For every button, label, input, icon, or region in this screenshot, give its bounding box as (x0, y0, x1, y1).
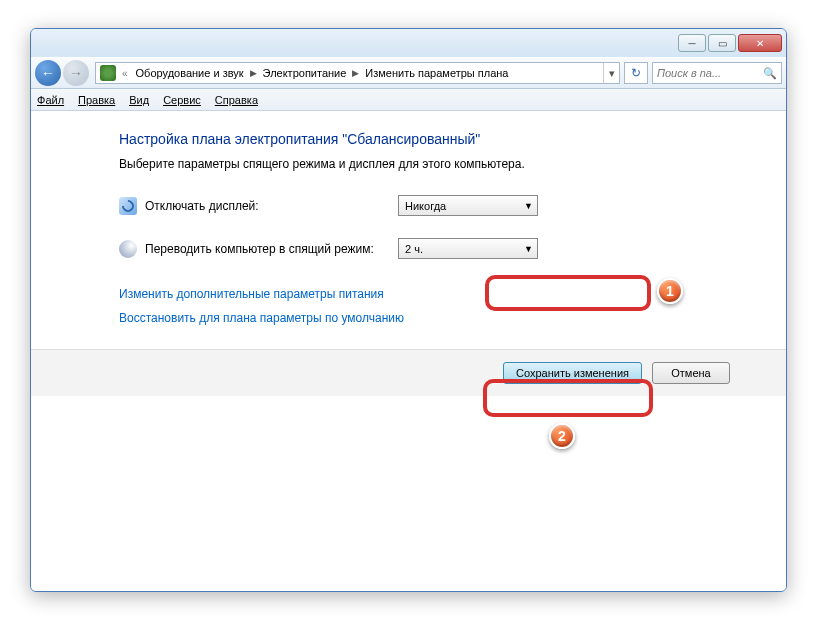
display-off-label: Отключать дисплей: (145, 199, 398, 213)
sleep-row: Переводить компьютер в спящий режим: 2 ч… (119, 238, 786, 259)
chevron-down-icon: ▼ (524, 201, 533, 211)
minimize-button[interactable]: ─ (678, 34, 706, 52)
search-icon: 🔍 (763, 67, 777, 80)
menu-bar: Файл Правка Вид Сервис Справка (31, 89, 786, 111)
content-area: Настройка плана электропитания "Сбаланси… (31, 111, 786, 591)
refresh-button[interactable]: ↻ (624, 62, 648, 84)
back-button[interactable]: ← (35, 60, 61, 86)
address-bar[interactable]: « Оборудование и звук ▶ Электропитание ▶… (95, 62, 620, 84)
sleep-value: 2 ч. (405, 243, 423, 255)
menu-help[interactable]: Справка (215, 94, 258, 106)
menu-view[interactable]: Вид (129, 94, 149, 106)
navigation-bar: ← → « Оборудование и звук ▶ Электропитан… (31, 57, 786, 89)
save-button[interactable]: Сохранить изменения (503, 362, 642, 384)
annotation-callout-1: 1 (657, 278, 683, 304)
chevron-right-icon: ▶ (352, 68, 359, 78)
menu-edit[interactable]: Правка (78, 94, 115, 106)
menu-tools[interactable]: Сервис (163, 94, 201, 106)
footer-bar: Сохранить изменения Отмена (31, 349, 786, 396)
breadcrumb-hardware[interactable]: Оборудование и звук (132, 67, 248, 79)
page-title: Настройка плана электропитания "Сбаланси… (119, 131, 786, 147)
search-placeholder: Поиск в па... (657, 67, 721, 79)
titlebar: ─ ▭ ✕ (31, 29, 786, 57)
chevron-right-icon: ▶ (250, 68, 257, 78)
breadcrumb-edit-plan[interactable]: Изменить параметры плана (361, 67, 512, 79)
display-off-row: Отключать дисплей: Никогда ▼ (119, 195, 786, 216)
advanced-settings-link[interactable]: Изменить дополнительные параметры питани… (119, 287, 384, 301)
search-input[interactable]: Поиск в па... 🔍 (652, 62, 782, 84)
display-off-dropdown[interactable]: Никогда ▼ (398, 195, 538, 216)
display-icon (119, 197, 137, 215)
sleep-label: Переводить компьютер в спящий режим: (145, 242, 398, 256)
sleep-dropdown[interactable]: 2 ч. ▼ (398, 238, 538, 259)
chevron-down-icon: ▼ (524, 244, 533, 254)
menu-file[interactable]: Файл (37, 94, 64, 106)
display-off-value: Никогда (405, 200, 446, 212)
cancel-button[interactable]: Отмена (652, 362, 730, 384)
breadcrumb-power[interactable]: Электропитание (259, 67, 351, 79)
maximize-button[interactable]: ▭ (708, 34, 736, 52)
address-dropdown-icon[interactable]: ▾ (603, 63, 619, 83)
control-panel-icon (100, 65, 116, 81)
page-subtitle: Выберите параметры спящего режима и дисп… (119, 157, 786, 171)
forward-button[interactable]: → (63, 60, 89, 86)
sleep-icon (119, 240, 137, 258)
annotation-callout-2: 2 (549, 423, 575, 449)
close-button[interactable]: ✕ (738, 34, 782, 52)
control-panel-window: ─ ▭ ✕ ← → « Оборудование и звук ▶ Электр… (30, 28, 787, 592)
restore-defaults-link[interactable]: Восстановить для плана параметры по умол… (119, 311, 404, 325)
chevron-left-icon: « (122, 68, 128, 79)
